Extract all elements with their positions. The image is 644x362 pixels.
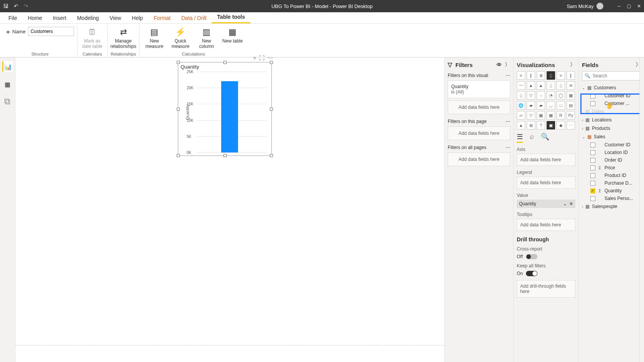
checkbox[interactable] — [590, 188, 595, 193]
page-tab-bar[interactable] — [15, 345, 444, 362]
more-icon[interactable]: ⋯ — [506, 73, 510, 78]
field-sales-quantity[interactable]: ΣQuantity — [582, 187, 641, 195]
keep-filters-toggle[interactable]: On — [517, 271, 575, 276]
viz-line-col2[interactable]: ⌷ — [557, 81, 565, 90]
model-view-button[interactable]: ⿻ — [2, 97, 13, 107]
viz-key-inf[interactable]: ▲ — [517, 121, 525, 129]
remove-icon[interactable]: ✕ — [569, 201, 573, 206]
tab-view[interactable]: View — [104, 13, 127, 23]
viz-treemap[interactable]: ▦ — [567, 91, 575, 100]
viz-100-col[interactable]: ∥ — [567, 71, 575, 80]
viz-scatter[interactable]: ⸪ — [537, 91, 545, 100]
tab-modeling[interactable]: Modeling — [72, 13, 104, 23]
viz-card[interactable]: □ — [557, 101, 565, 110]
chevron-down-icon[interactable]: ⌄ — [563, 201, 567, 206]
tab-datadrill[interactable]: Data / Drill — [176, 13, 212, 23]
tab-format[interactable]: Format — [148, 13, 176, 23]
table-salespeople[interactable]: › ▦ Salespeople — [582, 202, 641, 211]
new-column-button[interactable]: ▥ New column — [195, 25, 219, 49]
checkbox[interactable] — [590, 150, 595, 155]
scrollbar[interactable] — [639, 57, 644, 362]
bar-chart-visual[interactable]: ▿ ⛶ ⋯ Quantity Quantity 25K 20K 15K 10K … — [178, 62, 272, 156]
field-sales-locationid[interactable]: Location ID — [582, 149, 641, 156]
viz-table[interactable]: ▦ — [537, 111, 545, 120]
cross-report-toggle[interactable]: Off — [517, 254, 575, 259]
tab-help[interactable]: Help — [127, 13, 148, 23]
drill-well[interactable]: Add drill-through fields here — [517, 280, 575, 298]
viz-map[interactable]: 🌐 — [517, 101, 525, 110]
table-products[interactable]: › ▦ Products — [582, 124, 641, 133]
data-view-button[interactable]: ▦ — [2, 79, 13, 90]
field-sales-orderid[interactable]: Order ID — [582, 156, 641, 164]
more-icon[interactable]: ⋯ — [268, 55, 273, 61]
checkbox[interactable] — [590, 165, 595, 170]
table-sales[interactable]: ⌄ ▦ Sales — [582, 133, 641, 141]
viz-stacked-col[interactable]: ∥ — [527, 71, 535, 80]
viz-line-col[interactable]: ⌷ — [547, 81, 555, 90]
viz-filled-map[interactable]: ▰ — [527, 101, 535, 110]
field-sales-customerid[interactable]: Customer ID — [582, 141, 641, 149]
eye-icon[interactable]: 👁 — [496, 62, 502, 68]
field-sales-price[interactable]: ΣPrice — [582, 164, 641, 172]
viz-waterfall[interactable]: ⌷ — [517, 91, 525, 100]
viz-shape-map[interactable]: ▰ — [537, 101, 545, 110]
manage-relationships-button[interactable]: ⇄ Manage relationships — [112, 25, 135, 49]
viz-slicer[interactable]: ▽ — [527, 111, 535, 120]
tab-file[interactable]: File — [3, 13, 23, 23]
fields-search-input[interactable] — [593, 73, 638, 79]
value-pill-quantity[interactable]: Quantity ⌄ ✕ — [517, 200, 575, 208]
checkbox[interactable] — [590, 173, 595, 178]
table-customers[interactable]: ⌄ ▦ Customers — [582, 84, 641, 92]
viz-decomp[interactable]: ⊞ — [527, 121, 535, 129]
collapse-icon[interactable]: 〉 — [570, 61, 575, 68]
tab-insert[interactable]: Insert — [48, 13, 72, 23]
viz-funnel[interactable]: ▽ — [527, 91, 535, 100]
viz-qa[interactable]: ? — [537, 121, 545, 129]
viz-clustered-bar[interactable]: ≣ — [537, 71, 545, 80]
tab-tabletools[interactable]: Table tools — [212, 11, 250, 23]
report-canvas[interactable]: ▿ ⛶ ⋯ Quantity Quantity 25K 20K 15K 10K … — [15, 57, 445, 362]
viz-pie[interactable]: ◔ — [547, 91, 555, 100]
viz-area[interactable]: ▲ — [527, 81, 535, 90]
new-table-button[interactable]: ▦ New table — [221, 25, 245, 44]
minimize-button[interactable]: ─ — [617, 3, 621, 9]
avatar[interactable] — [596, 3, 603, 10]
maximize-button[interactable]: ▢ — [627, 3, 631, 9]
viz-multi-card[interactable]: ▤ — [567, 101, 575, 110]
viz-py[interactable]: Py — [567, 111, 575, 120]
fields-tab-icon[interactable]: ☰ — [517, 133, 523, 143]
viz-gauge[interactable]: ◡ — [547, 101, 555, 110]
field-sales-productid[interactable]: Product ID — [582, 172, 641, 179]
report-view-button[interactable]: 📊 — [2, 61, 13, 72]
viz-kpi[interactable]: ▱ — [517, 111, 525, 120]
field-sales-salesperso[interactable]: Sales Perso... — [582, 195, 641, 202]
viz-stacked-bar[interactable]: ≡ — [517, 71, 525, 80]
close-button[interactable]: ✕ — [637, 3, 641, 9]
table-locations[interactable]: › ▦ Locations — [582, 116, 641, 124]
filter-drop-all[interactable]: Add data fields here — [448, 152, 510, 166]
viz-more[interactable]: ⋯ — [567, 121, 575, 129]
checkbox[interactable] — [590, 143, 595, 147]
mark-as-date-button[interactable]: 🗓 Mark as date table — [80, 25, 104, 49]
field-sales-purchased[interactable]: Purchase D... — [582, 179, 641, 187]
viz-powerapps[interactable]: ◆ — [557, 121, 565, 129]
viz-stacked-area[interactable]: ▲ — [537, 81, 545, 90]
filter-drop-page[interactable]: Add data fields here — [448, 126, 510, 140]
filter-icon[interactable]: ▿ — [253, 55, 256, 61]
redo-icon[interactable]: ↷ — [24, 3, 28, 9]
axis-well[interactable]: Add data fields here — [517, 154, 575, 166]
tab-home[interactable]: Home — [23, 13, 48, 23]
focus-icon[interactable]: ⛶ — [259, 55, 264, 61]
analytics-tab-icon[interactable]: 🔍 — [541, 133, 549, 143]
viz-line[interactable]: 〰 — [517, 81, 525, 90]
tooltips-well[interactable]: Add data fields here — [517, 219, 575, 231]
save-icon[interactable]: 🖫 — [3, 3, 8, 9]
checkbox[interactable] — [590, 158, 595, 163]
viz-ribbon[interactable]: ≋ — [567, 81, 575, 90]
viz-100-bar[interactable]: ≡ — [557, 71, 565, 80]
undo-icon[interactable]: ↶ — [14, 3, 18, 9]
name-input[interactable] — [28, 27, 74, 36]
collapse-icon[interactable]: 〉 — [505, 61, 510, 68]
more-icon[interactable]: ⋯ — [506, 145, 510, 150]
new-measure-button[interactable]: ▤ New measure — [143, 25, 166, 49]
